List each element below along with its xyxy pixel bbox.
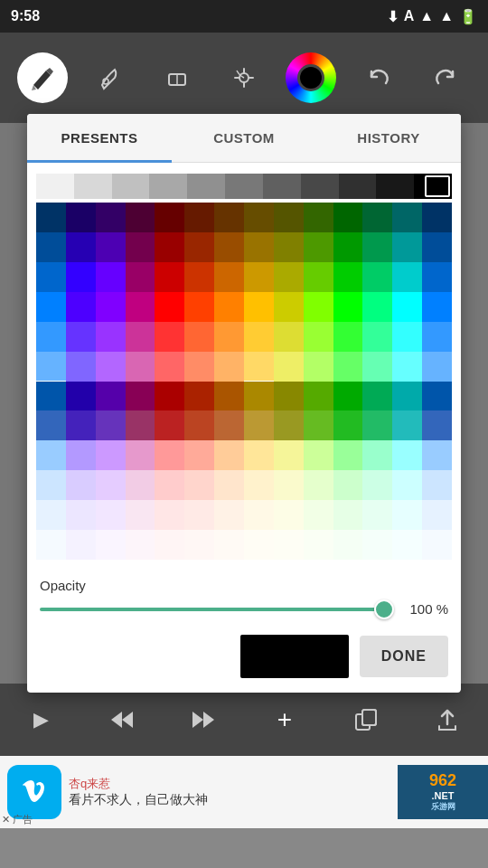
color-cell[interactable] — [333, 203, 363, 232]
color-cell[interactable] — [304, 500, 333, 530]
color-cell[interactable] — [214, 410, 244, 440]
color-cell[interactable] — [422, 322, 452, 352]
color-cell[interactable] — [184, 500, 214, 530]
color-cell[interactable] — [304, 352, 333, 382]
tab-history[interactable]: HISTORY — [316, 114, 461, 162]
white-color-outline-button[interactable] — [425, 175, 450, 197]
color-cell[interactable] — [36, 440, 66, 470]
color-cell[interactable] — [333, 470, 363, 500]
color-cell[interactable] — [184, 382, 214, 411]
color-cell[interactable] — [244, 352, 274, 382]
color-cell[interactable] — [244, 232, 274, 262]
color-cell[interactable] — [126, 292, 155, 322]
color-cell[interactable] — [274, 530, 304, 560]
color-cell[interactable] — [155, 203, 184, 232]
color-cell[interactable] — [126, 470, 155, 500]
color-cell[interactable] — [333, 262, 363, 292]
color-cell[interactable] — [36, 500, 66, 530]
color-cell[interactable] — [214, 500, 244, 530]
color-cell[interactable] — [96, 382, 126, 411]
color-cell[interactable] — [362, 440, 392, 470]
color-cell[interactable] — [333, 292, 363, 322]
color-cell[interactable] — [362, 382, 392, 411]
color-cell[interactable] — [214, 232, 244, 262]
color-cell[interactable] — [155, 232, 184, 262]
color-cell[interactable] — [214, 382, 244, 411]
color-cell[interactable] — [274, 292, 304, 322]
gray-cell-6[interactable] — [263, 174, 301, 199]
color-cell[interactable] — [214, 262, 244, 292]
color-cell[interactable] — [304, 410, 333, 440]
color-cell[interactable] — [392, 470, 422, 500]
color-cell[interactable] — [155, 262, 184, 292]
transform-tool-button[interactable] — [219, 52, 269, 103]
color-cell[interactable] — [66, 382, 96, 411]
color-cell[interactable] — [184, 352, 214, 382]
color-cell[interactable] — [66, 292, 96, 322]
color-cell[interactable] — [274, 470, 304, 500]
color-cell[interactable] — [184, 440, 214, 470]
gray-cell-9[interactable] — [376, 174, 414, 199]
color-cell[interactable] — [36, 203, 66, 232]
color-cell[interactable] — [304, 203, 333, 232]
color-cell[interactable] — [155, 382, 184, 411]
color-cell[interactable] — [333, 440, 363, 470]
gray-cell-8[interactable] — [339, 174, 377, 199]
color-cell[interactable] — [96, 530, 126, 560]
color-cell[interactable] — [96, 500, 126, 530]
color-cell[interactable] — [244, 530, 274, 560]
color-cell[interactable] — [36, 262, 66, 292]
color-cell[interactable] — [66, 470, 96, 500]
color-cell[interactable] — [422, 500, 452, 530]
color-cell[interactable] — [126, 232, 155, 262]
color-cell[interactable] — [333, 500, 363, 530]
color-cell[interactable] — [333, 410, 363, 440]
color-cell[interactable] — [244, 382, 274, 411]
color-cell[interactable] — [362, 352, 392, 382]
color-cell[interactable] — [362, 470, 392, 500]
pencil-tool-button[interactable] — [17, 52, 68, 103]
color-cell[interactable] — [126, 203, 155, 232]
color-cell[interactable] — [36, 352, 66, 382]
color-cell[interactable] — [66, 232, 96, 262]
color-cell[interactable] — [126, 440, 155, 470]
color-cell[interactable] — [422, 262, 452, 292]
eraser-tool-button[interactable] — [152, 52, 202, 103]
color-cell[interactable] — [392, 382, 422, 411]
color-cell[interactable] — [392, 440, 422, 470]
color-cell[interactable] — [155, 440, 184, 470]
redo-button[interactable] — [420, 52, 471, 103]
color-cell[interactable] — [66, 203, 96, 232]
pen-tool-button[interactable] — [84, 52, 135, 103]
color-cell[interactable] — [304, 262, 333, 292]
color-cell[interactable] — [96, 322, 126, 352]
color-cell[interactable] — [244, 322, 274, 352]
color-cell[interactable] — [96, 292, 126, 322]
color-cell[interactable] — [392, 262, 422, 292]
color-cell[interactable] — [214, 322, 244, 352]
color-cell[interactable] — [36, 292, 66, 322]
color-cell[interactable] — [244, 470, 274, 500]
color-cell[interactable] — [333, 382, 363, 411]
opacity-slider[interactable] — [40, 600, 394, 618]
color-cell[interactable] — [96, 352, 126, 382]
color-cell[interactable] — [362, 203, 392, 232]
color-cell[interactable] — [392, 322, 422, 352]
gray-cell-3[interactable] — [149, 174, 187, 199]
gray-cell-2[interactable] — [112, 174, 150, 199]
color-cell[interactable] — [184, 410, 214, 440]
color-cell[interactable] — [274, 382, 304, 411]
color-cell[interactable] — [362, 232, 392, 262]
color-cell[interactable] — [422, 530, 452, 560]
color-cell[interactable] — [362, 322, 392, 352]
color-cell[interactable] — [126, 500, 155, 530]
color-cell[interactable] — [214, 203, 244, 232]
color-cell[interactable] — [422, 382, 452, 411]
tab-presents[interactable]: PRESENTS — [27, 114, 172, 162]
color-cell[interactable] — [392, 292, 422, 322]
ad-banner[interactable]: 杏q来惹 看片不求人，自己做大神 962 .NET 乐游网 ✕ 广告 — [0, 756, 488, 828]
color-cell[interactable] — [422, 352, 452, 382]
color-cell[interactable] — [126, 530, 155, 560]
color-cell[interactable] — [422, 440, 452, 470]
color-cell[interactable] — [304, 382, 333, 411]
